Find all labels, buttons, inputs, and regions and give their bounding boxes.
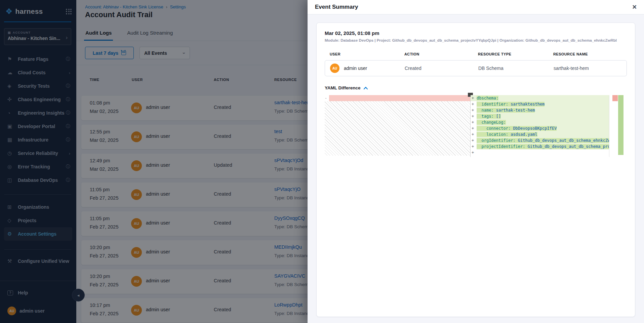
diff-added-marker: + <box>471 113 477 119</box>
column-header-resource-name: RESOURCE NAME <box>553 52 588 56</box>
ruler-added-mark <box>618 95 623 155</box>
diff-overview-ruler <box>612 95 623 155</box>
diff-added-line: + projectIdentifier: Github_db_devops_au… <box>471 144 627 150</box>
yaml-line <box>477 150 609 156</box>
yaml-difference-toggle[interactable]: YAML Difference <box>325 85 627 90</box>
summary-table-row: AU admin user Created DB Schema sarthak-… <box>325 60 627 76</box>
drawer-title: Event Summary <box>315 4 358 10</box>
diff-removed-marker: - <box>325 95 329 101</box>
diff-added-line: +dbschema: <box>471 95 627 101</box>
yaml-line: tags: [] <box>477 113 609 119</box>
summary-table-header: USER ACTION RESOURCE TYPE RESOURCE NAME <box>325 52 627 56</box>
diff-empty-hatch <box>325 101 470 156</box>
diff-removed-line <box>329 95 470 101</box>
drawer-body: Mar 02, 2025, 01:08 pm Module: Database … <box>308 14 644 323</box>
yaml-line: dbschema: <box>477 95 609 101</box>
yaml-line: changeLog: <box>477 119 609 125</box>
event-summary-card: Mar 02, 2025, 01:08 pm Module: Database … <box>316 23 635 317</box>
diff-added-marker: + <box>471 137 477 144</box>
column-header-resource-type: RESOURCE TYPE <box>478 52 553 56</box>
drawer-header: Event Summary × <box>308 0 644 14</box>
column-header-user: USER <box>330 52 404 56</box>
diff-added-marker: + <box>471 144 477 150</box>
event-summary-drawer: Event Summary × Mar 02, 2025, 01:08 pm M… <box>308 0 644 323</box>
diff-added-marker: + <box>471 95 477 101</box>
diff-added-marker: + <box>471 125 477 131</box>
yaml-line: name: sarthak-test-hem <box>477 107 609 113</box>
yaml-line: location: asdsad.yaml <box>477 131 609 137</box>
column-header-action: ACTION <box>404 52 478 56</box>
diff-added-line: + tags: [] <box>471 113 627 119</box>
chevron-up-icon <box>364 87 368 89</box>
yaml-difference-label: YAML Difference <box>325 85 361 90</box>
yaml-line: orgIdentifier: Github_db_devops_aut_db_s… <box>477 137 609 144</box>
diff-content-edge <box>609 95 609 157</box>
diff-added-line: + identifier: sarthaktesthem <box>471 101 627 107</box>
close-icon[interactable]: × <box>632 3 637 11</box>
summary-action: Created <box>405 66 478 71</box>
diff-added-line: + connector: DbDevopsoBKpcpIfEV <box>471 125 627 131</box>
event-timestamp: Mar 02, 2025, 01:08 pm <box>325 30 627 36</box>
summary-user: admin user <box>344 66 367 71</box>
diff-original-pane: - <box>325 95 470 156</box>
diff-added-line: + orgIdentifier: Github_db_devops_aut_db… <box>471 137 627 144</box>
user-avatar: AU <box>330 64 339 73</box>
diff-added-line: + name: sarthak-test-hem <box>471 107 627 113</box>
diff-added-marker: + <box>471 119 477 125</box>
diff-added-marker: + <box>471 150 477 156</box>
diff-added-line: + location: asdsad.yaml <box>471 131 627 137</box>
yaml-line: identifier: sarthaktesthem <box>477 101 609 107</box>
summary-resource-name: sarthak-test-hem <box>554 66 589 71</box>
diff-added-marker: + <box>471 107 477 113</box>
diff-added-line: + changeLog: <box>471 119 627 125</box>
diff-added-line: + <box>471 150 627 156</box>
yaml-diff-editor[interactable]: - +dbschema:+ identifier: sarthaktesthem… <box>325 95 627 157</box>
summary-resource-type: DB Schema <box>478 66 554 71</box>
yaml-line: projectIdentifier: Github_db_devops_aut_… <box>477 144 609 150</box>
yaml-line: connector: DbDevopsoBKpcpIfEV <box>477 125 609 131</box>
event-meta: Module: Database DevOps | Project: Githu… <box>325 38 627 42</box>
diff-modified-pane: +dbschema:+ identifier: sarthaktesthem+ … <box>471 95 627 157</box>
diff-added-marker: + <box>471 131 477 137</box>
ruler-removed-mark <box>612 95 618 101</box>
diff-added-marker: + <box>471 101 477 107</box>
